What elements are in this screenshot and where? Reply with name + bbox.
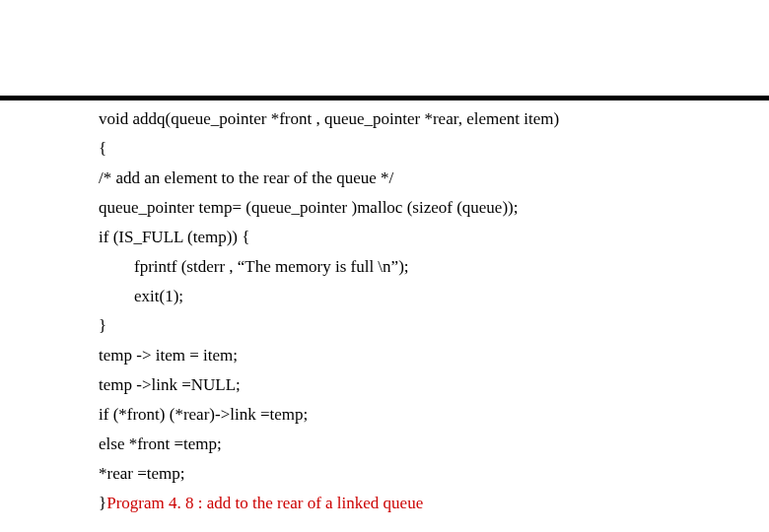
code-line: if (IS_FULL (temp)) {	[99, 229, 710, 245]
code-line: /* add an element to the rear of the que…	[99, 169, 710, 186]
code-line-last: }Program 4. 8 : add to the rear of a lin…	[99, 495, 710, 511]
divider-line	[0, 96, 769, 100]
code-block: void addq(queue_pointer *front , queue_p…	[99, 110, 710, 524]
code-line: exit(1);	[99, 288, 710, 304]
code-line: {	[99, 140, 710, 157]
code-line: temp -> item = item;	[99, 347, 710, 364]
code-line: void addq(queue_pointer *front , queue_p…	[99, 110, 710, 127]
code-line: *rear =temp;	[99, 465, 710, 482]
closing-brace: }	[99, 494, 106, 512]
code-line: if (*front) (*rear)->link =temp;	[99, 406, 710, 423]
code-line: fprintf (stderr , “The memory is full \n…	[99, 258, 710, 275]
code-line: temp ->link =NULL;	[99, 376, 710, 393]
code-line: queue_pointer temp= (queue_pointer )mall…	[99, 199, 710, 216]
code-line: }	[99, 317, 710, 334]
program-caption: Program 4. 8 : add to the rear of a link…	[106, 494, 423, 512]
code-line: else *front =temp;	[99, 435, 710, 452]
